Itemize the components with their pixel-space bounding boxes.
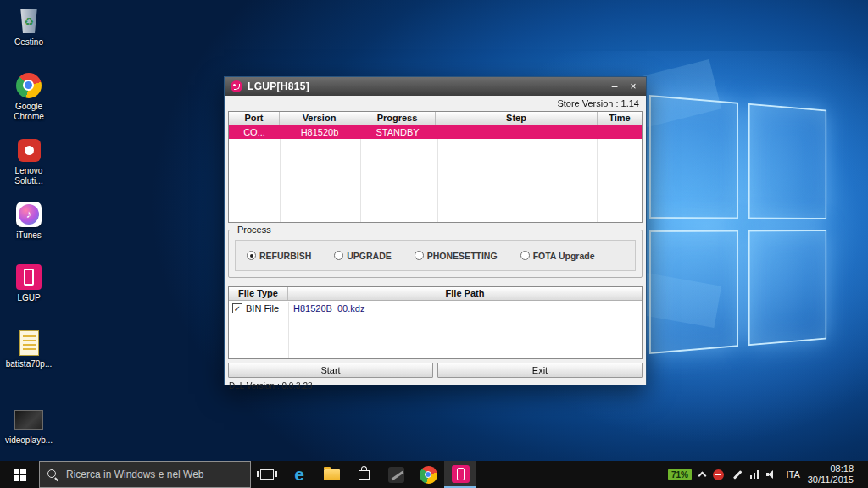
close-button[interactable]: × [626,78,640,95]
column-header-file-type[interactable]: File Type [229,287,288,300]
store-bag-icon [359,470,370,480]
column-header-port[interactable]: Port [229,112,280,125]
file-table-header: File Type File Path [229,287,642,301]
window-title: LGUP[H815] [248,80,603,92]
process-options: REFURBISH UPGRADE PHONESETTING FOTA Upgr… [235,240,636,271]
file-path-value: H81520B_00.kdz [288,303,642,313]
file-row[interactable]: ✓ BIN File H81520B_00.kdz [229,301,642,316]
itunes-icon: ♪ [16,202,42,227]
device-row-selected[interactable]: CO... H81520b STANDBY [229,125,642,139]
desktop-icon-video[interactable]: videoplayb... [2,405,56,446]
file-type-label: BIN File [246,303,279,313]
lgup-window: LGUP[H815] – × Store Version : 1.14 Port… [224,76,647,385]
volume-icon[interactable] [766,470,778,480]
column-header-step[interactable]: Step [436,112,598,125]
radio-phonesetting[interactable]: PHONESETTING [415,251,498,261]
clock-time: 08:18 [808,463,854,474]
radio-dot [415,251,424,260]
window-client-area: Store Version : 1.14 Port Version Progre… [225,96,646,391]
radio-dot [247,251,256,260]
start-button[interactable]: Start [228,363,433,378]
column-header-file-path[interactable]: File Path [288,287,642,300]
column-header-version[interactable]: Version [280,112,359,125]
window-titlebar[interactable]: LGUP[H815] – × [225,77,646,96]
process-group-label: Process [235,225,274,235]
desktop-icon-label: Lenovo Soluti... [2,166,56,186]
windows-logo-wallpaper [649,95,826,354]
desktop: ♻ Cestino Google Chrome Lenovo Soluti...… [0,0,868,488]
desktop-icon-batista[interactable]: batista70p... [2,329,56,369]
task-view-button[interactable] [251,461,283,488]
clock[interactable]: 08:18 30/11/2015 [808,463,854,485]
device-time [598,125,642,139]
system-tray: 71% ITA 08:18 30/11/2015 [668,461,868,488]
desktop-icon-label: LGUP [2,293,56,303]
desktop-icon-chrome[interactable]: Google Chrome [2,71,56,122]
search-placeholder: Ricerca in Windows e nel Web [66,469,204,480]
bin-file-checkbox[interactable]: ✓ [232,303,242,313]
radio-fota-upgrade[interactable]: FOTA Upgrade [520,251,595,261]
radio-upgrade[interactable]: UPGRADE [334,251,392,261]
taskbar-chrome[interactable] [412,461,444,488]
store-version-label: Store Version : 1.14 [228,96,643,111]
desktop-icon-label: Cestino [2,37,56,47]
column-divider [597,126,598,222]
taskbar-search[interactable]: Ricerca in Windows e nel Web [39,461,251,488]
radio-refurbish[interactable]: REFURBISH [247,251,311,261]
antivirus-tray-icon[interactable] [713,469,724,480]
clock-date: 30/11/2015 [808,474,854,485]
desktop-icon-lgup[interactable]: LGUP [2,263,56,303]
desktop-icon-itunes[interactable]: ♪ iTunes [2,200,56,241]
column-header-progress[interactable]: Progress [359,112,436,125]
process-groupbox: Process REFURBISH UPGRADE PHONESETTING [228,230,643,278]
column-divider [360,126,361,222]
video-file-icon [14,410,43,430]
device-port: CO... [229,125,280,139]
column-divider [280,126,281,222]
start-menu-button[interactable] [0,461,39,488]
desktop-icon-label: videoplayb... [2,435,56,446]
edge-icon: e [294,465,304,484]
device-table-header: Port Version Progress Step Time [229,112,642,125]
network-icon[interactable] [750,470,760,479]
tray-expand-chevron-icon[interactable] [698,472,707,480]
radio-dot [334,251,343,260]
windows-logo-icon [14,469,26,481]
button-row: Start Exit [228,363,643,378]
dll-version-label: DLL Version : 0.0.3.23 [228,381,643,391]
lgup-icon [16,264,42,290]
taskbar-app[interactable] [380,461,412,488]
taskbar-store[interactable] [348,461,380,488]
battery-indicator[interactable]: 71% [668,469,692,480]
app-icon [388,467,404,483]
file-table: File Type File Path ✓ BIN File H81520B_0… [228,286,643,359]
pen-tray-icon[interactable] [732,469,743,480]
lgup-icon [452,465,470,483]
lg-logo-icon [231,80,242,92]
language-indicator[interactable]: ITA [786,469,799,480]
desktop-icon-label: iTunes [2,230,56,241]
taskbar-lgup-running[interactable] [444,461,476,488]
column-divider [437,126,438,222]
desktop-icon-lenovo[interactable]: Lenovo Soluti... [2,136,56,186]
lenovo-icon [18,139,41,162]
device-progress: STANDBY [359,125,436,139]
recycle-bin-icon: ♻ [19,9,38,33]
desktop-icon-recycle-bin[interactable]: ♻ Cestino [2,7,56,47]
search-icon [47,469,58,480]
taskbar-file-explorer[interactable] [315,461,348,488]
taskbar-edge[interactable]: e [283,461,315,488]
device-version: H81520b [280,125,359,139]
folder-icon [324,469,340,480]
radio-dot [520,251,530,260]
exit-button[interactable]: Exit [437,363,643,378]
chrome-icon [420,466,437,484]
task-view-icon [260,469,274,480]
document-icon [19,330,39,356]
chrome-icon [16,73,42,98]
minimize-button[interactable]: – [608,78,621,95]
taskbar: Ricerca in Windows e nel Web e 71% [0,461,868,488]
column-header-time[interactable]: Time [598,112,642,125]
desktop-icon-label: Google Chrome [2,102,56,122]
device-table: Port Version Progress Step Time CO... H8… [228,111,643,223]
